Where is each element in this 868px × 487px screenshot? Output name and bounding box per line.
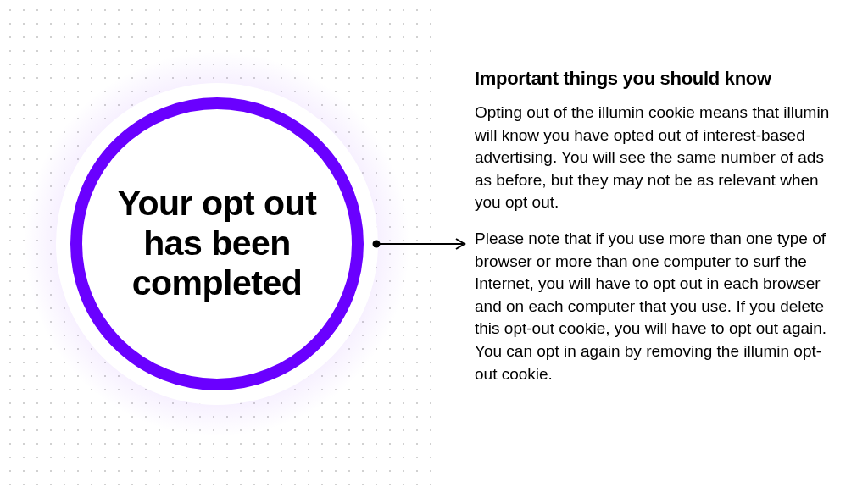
- right-panel: Important things you should know Opting …: [475, 68, 831, 399]
- info-paragraph-2: Please note that if you use more than on…: [475, 228, 831, 385]
- status-line2: has been: [143, 224, 291, 263]
- left-panel: Your opt out has been completed: [0, 0, 434, 487]
- info-paragraph-1: Opting out of the illumin cookie means t…: [475, 102, 831, 214]
- optout-status-text: Your opt out has been completed: [118, 184, 317, 303]
- status-line3: completed: [132, 263, 303, 302]
- svg-point-0: [373, 241, 381, 248]
- arrow-icon: [371, 238, 473, 250]
- circle-ring: Your opt out has been completed: [70, 97, 364, 390]
- status-line1: Your opt out: [118, 184, 317, 223]
- info-heading: Important things you should know: [475, 68, 831, 90]
- circle-outer: Your opt out has been completed: [56, 83, 378, 405]
